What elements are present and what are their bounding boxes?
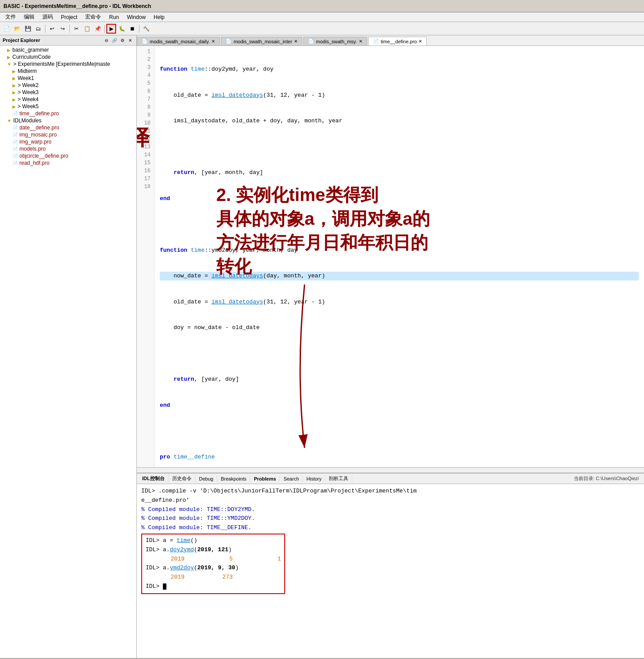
tab-close-icon[interactable]: ✕ [359, 39, 362, 44]
tab-modis-inter[interactable]: 📄 modis_swath_mosaic_inter ✕ [221, 37, 302, 45]
cut-button[interactable]: ✂ [72, 24, 81, 34]
menu-help[interactable]: Help [150, 13, 168, 21]
build-button[interactable]: 🔨 [141, 24, 151, 34]
code-line-16: pro time__define [160, 453, 639, 462]
tree-item-read-hdf[interactable]: 📄 read_hdf.pro [0, 159, 136, 167]
folder-icon: ▼ [7, 118, 11, 123]
paste-button[interactable]: 📌 [93, 24, 102, 34]
code-line-1: function time::doy2ymd, year, doy [160, 65, 639, 74]
tree-item-objcircle[interactable]: 📄 objcircle__define.pro [0, 152, 136, 159]
tree-item-img-warp[interactable]: 📄 img_warp.pro [0, 138, 136, 145]
tree-item-models[interactable]: 📄 models.pro [0, 145, 136, 152]
debug-button[interactable]: 🐛 [117, 24, 127, 34]
code-editor[interactable]: 12345 678910 1112131415 161718 function … [137, 46, 644, 467]
tree-item-week5[interactable]: ▶ > Week5 [0, 103, 136, 110]
tree-item-idlmodules[interactable]: ▼ IDLModules [0, 117, 136, 124]
code-line-13: return, [year, doy] [160, 375, 639, 384]
tab-modis-msy[interactable]: 📄 modis_swath_msy. ✕ [303, 37, 367, 45]
bottom-tab-history[interactable]: 历史命令 [169, 474, 196, 483]
open-button[interactable]: 📂 [12, 24, 22, 34]
tree-item-img-mosaic[interactable]: 📄 img_mosaic.pro [0, 131, 136, 138]
tabs-bar: 📄 modis_swath_mosaic_daily. ✕ 📄 modis_sw… [137, 35, 644, 46]
menu-edit[interactable]: 编辑 [20, 12, 38, 22]
explorer-close-button[interactable]: ✕ [127, 37, 134, 44]
tab-label: time__define.pro [381, 39, 417, 44]
tree-label: > Week3 [18, 89, 38, 95]
code-line-3: imsl_daystodate, old_date + doy, day, mo… [160, 117, 639, 125]
stop-button[interactable]: ⏹ [128, 24, 137, 34]
console-line-2: e__define.pro' [141, 496, 640, 505]
folder-icon: ▶ [12, 97, 16, 102]
project-explorer-header: Project Explorer ⊖ 🔗 ⚙ ✕ [0, 35, 136, 45]
console-line-9: IDL> a.ymd2doy(2019, 9, 30) [146, 564, 281, 573]
tree-label: img_warp.pro [19, 139, 52, 145]
save-button[interactable]: 💾 [23, 24, 33, 34]
bottom-panel: IDL控制台 历史命令 Debug Breakpoints Problems S… [137, 473, 644, 658]
console-line-10: 2019 273 [146, 573, 281, 582]
bottom-tab-debug[interactable]: Debug [196, 475, 217, 482]
code-line-14: end [160, 401, 639, 410]
tree-item-week2[interactable]: ▶ > Week2 [0, 82, 136, 89]
tree-item-week4[interactable]: ▶ > Week4 [0, 96, 136, 103]
link-editor-button[interactable]: 🔗 [111, 37, 118, 44]
tree-item-week3[interactable]: ▶ > Week3 [0, 89, 136, 96]
tree-item-midterm[interactable]: ▶ Midterm [0, 68, 136, 75]
code-content: 12345 678910 1112131415 161718 function … [137, 46, 644, 467]
tree-label: > ExperimentsMe [ExperimentsMe|maste [13, 61, 110, 67]
save-all-button[interactable]: 🗂 [34, 24, 43, 34]
menu-window[interactable]: Window [123, 13, 149, 21]
project-explorer: Project Explorer ⊖ 🔗 ⚙ ✕ ▶ basic_grammer… [0, 35, 137, 658]
pro-file-icon: 📄 [12, 111, 18, 116]
editor-scrollbar[interactable] [137, 467, 644, 473]
main-layout: Project Explorer ⊖ 🔗 ⚙ ✕ ▶ basic_grammer… [0, 35, 644, 658]
menu-source[interactable]: 源码 [39, 12, 56, 22]
highlighted-console-box: IDL> a = time() IDL> a.doy2ymd(2019, 121… [141, 534, 285, 594]
tab-close-icon[interactable]: ✕ [418, 39, 422, 44]
bottom-tab-history2[interactable]: History [303, 475, 325, 482]
tab-modis-daily[interactable]: 📄 modis_swath_mosaic_daily. ✕ [137, 37, 220, 45]
tab-close-icon[interactable]: ✕ [294, 39, 298, 44]
current-dir: 当前目录: C:\Users\ChaoQiezi [574, 475, 642, 482]
collapse-all-button[interactable]: ⊖ [103, 37, 110, 44]
bottom-tab-breakpoints[interactable]: Breakpoints [217, 475, 250, 482]
pro-file-icon: 📄 [12, 154, 18, 159]
bottom-tab-search[interactable]: Search [280, 475, 303, 482]
tab-close-icon[interactable]: ✕ [211, 39, 215, 44]
tree-item-experiments[interactable]: ▼ > ExperimentsMe [ExperimentsMe|maste [0, 61, 136, 68]
tab-label: modis_swath_msy. [316, 39, 357, 44]
copy-button[interactable]: 📋 [82, 24, 92, 34]
new-button[interactable]: 📄 [2, 24, 11, 34]
tree-item-curriculum[interactable]: ▶ CurriculumCode [0, 53, 136, 61]
current-dir-value: C:\Users\ChaoQiezi [596, 476, 639, 481]
explorer-settings-button[interactable]: ⚙ [119, 37, 126, 44]
console-line-1: IDL> .compile -v 'D:\Objects\JuniorFallT… [141, 487, 640, 496]
menu-project[interactable]: Project [57, 13, 81, 21]
tree-item-week1[interactable]: ▶ Week1 [0, 75, 136, 82]
folder-icon: ▶ [12, 76, 16, 81]
run-button[interactable]: ▶ [106, 24, 116, 34]
undo-button[interactable]: ↩ [47, 24, 57, 34]
title-bar: BASIC - ExperimentsMe/time__define.pro -… [0, 0, 644, 12]
menu-file[interactable]: 文件 [2, 12, 19, 22]
bottom-tab-profiler[interactable]: 剖析工具 [325, 474, 352, 483]
tab-time-define[interactable]: 📄 time__define.pro ✕ [368, 37, 427, 46]
console-line-3: % Compiled module: TIME::DOY2YMD. [141, 505, 640, 515]
tree-label: > Week4 [18, 96, 38, 102]
tree-item-time-define[interactable]: 📄 time__define.pro [0, 110, 136, 117]
redo-button[interactable]: ↪ [58, 24, 68, 34]
bottom-tab-console[interactable]: IDL控制台 [139, 474, 169, 483]
current-dir-label: 当前目录: [574, 476, 595, 481]
menu-run[interactable]: Run [105, 13, 122, 21]
sep3 [104, 25, 105, 33]
menu-macro[interactable]: 宏命令 [82, 12, 105, 22]
sep1 [45, 25, 45, 33]
bottom-tab-problems[interactable]: Problems [250, 475, 280, 482]
console-output[interactable]: IDL> .compile -v 'D:\Objects\JuniorFallT… [137, 484, 644, 658]
code-lines: function time::doy2ymd, year, doy old_da… [154, 46, 644, 467]
tree-label: > Week5 [18, 103, 38, 110]
code-line-4 [160, 143, 639, 151]
tree-item-date-define[interactable]: 📄 date__define.pro [0, 124, 136, 131]
line-numbers: 12345 678910 1112131415 161718 [137, 46, 154, 467]
tree-item-basic-grammer[interactable]: ▶ basic_grammer [0, 46, 136, 53]
code-line-15 [160, 427, 639, 436]
